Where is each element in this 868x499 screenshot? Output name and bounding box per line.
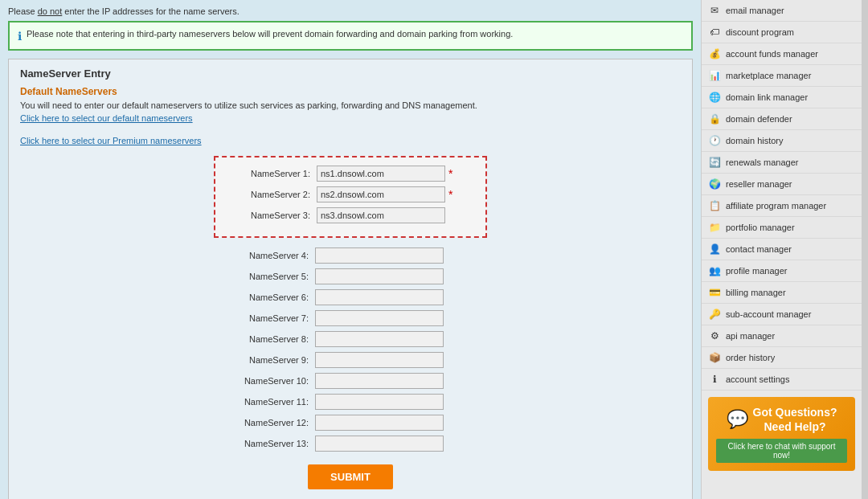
sidebar-label-profile-manager: profile manager [726,266,787,276]
email-manager-icon: ✉ [708,4,721,17]
submit-button[interactable]: SUBMIT [308,464,393,489]
sidebar-item-profile-manager[interactable]: 👥profile manager [702,260,862,282]
sidebar-label-api-manager: api manager [726,331,775,341]
default-ns-title: Default NameServers [20,86,681,97]
help-box-title: Got Questions?Need Help? [753,405,837,434]
ns-input-9[interactable] [315,352,444,368]
sidebar-item-portfolio-manager[interactable]: 📁portfolio manager [702,217,862,239]
ns-label-1: NameServer 1: [228,169,317,178]
ns-label-9: NameServer 9: [227,355,315,365]
ns-input-3[interactable] [317,207,445,223]
sidebar-label-renewals-manager: renewals manager [726,157,799,167]
sidebar-label-domain-defender: domain defender [726,114,792,124]
ns-label-4: NameServer 4: [227,251,315,260]
sidebar-label-domain-link-manager: domain link manager [726,92,808,102]
chat-support-button[interactable]: Click here to chat with support now! [716,439,847,463]
ns-row-5: NameServer 5: [227,268,474,284]
marketplace-manager-icon: 📊 [708,69,721,82]
sidebar-item-sub-account-manager[interactable]: 🔑sub-account manager [702,304,862,325]
scrollbar[interactable] [862,0,868,499]
optional-ns-container: NameServer 4: NameServer 5: NameServer 6… [214,247,487,452]
ns-row-8: NameServer 8: [227,331,474,347]
renewals-manager-icon: 🔄 [708,156,721,169]
ns-input-12[interactable] [315,415,444,431]
sidebar-label-reseller-manager: reseller manager [726,179,792,189]
sidebar-item-account-settings[interactable]: ℹaccount settings [702,369,862,391]
ns-label-5: NameServer 5: [227,272,315,281]
sidebar-item-domain-link-manager[interactable]: 🌐domain link manager [702,87,862,108]
domain-history-icon: 🕐 [708,134,721,147]
ns-label-12: NameServer 12: [227,418,315,427]
info-box: ℹ Please note that entering in third-par… [8,21,693,51]
submit-container: SUBMIT [20,464,681,489]
ns-label-10: NameServer 10: [227,376,315,386]
ns-row-12: NameServer 12: [227,415,474,431]
ns-input-4[interactable] [315,247,444,264]
sidebar-item-account-funds-manager[interactable]: 💰account funds manager [702,43,862,65]
ns-entry-title: NameServer Entry [20,67,681,80]
ns-input-8[interactable] [315,331,444,347]
sidebar: ✉email manager🏷discount program💰account … [701,0,862,499]
sidebar-label-domain-history: domain history [726,136,784,145]
sidebar-item-discount-program[interactable]: 🏷discount program [702,22,862,43]
ns-input-2[interactable] [317,186,445,202]
ns-row-7: NameServer 7: [227,310,474,326]
ns-label-2: NameServer 2: [228,190,317,199]
sidebar-item-reseller-manager[interactable]: 🌍reseller manager [702,174,862,195]
sidebar-label-portfolio-manager: portfolio manager [726,223,795,232]
sidebar-item-domain-history[interactable]: 🕐domain history [702,130,862,152]
sub-account-manager-icon: 🔑 [708,308,721,321]
sidebar-label-billing-manager: billing manager [726,288,786,297]
sidebar-item-email-manager[interactable]: ✉email manager [702,0,862,22]
ns-input-13[interactable] [315,436,444,452]
domain-link-manager-icon: 🌐 [708,91,721,104]
sidebar-item-order-history[interactable]: 📦order history [702,347,862,369]
ns-row-13: NameServer 13: [227,436,474,452]
contact-manager-icon: 👤 [708,243,721,256]
portfolio-manager-icon: 📁 [708,221,721,234]
ns-row-4: NameServer 4: [227,247,474,264]
ns-star-2: * [448,188,452,201]
discount-program-icon: 🏷 [708,26,721,39]
ns-row-3: NameServer 3: [228,207,473,223]
ns-input-1[interactable] [317,166,445,182]
ns-label-13: NameServer 13: [227,439,315,448]
sidebar-label-email-manager: email manager [726,6,784,15]
account-settings-icon: ℹ [708,373,721,386]
ns-row-6: NameServer 6: [227,289,474,305]
ns-row-11: NameServer 11: [227,394,474,410]
ns-input-11[interactable] [315,394,444,410]
ns-row-9: NameServer 9: [227,352,474,368]
reseller-manager-icon: 🌍 [708,178,721,190]
required-ns-container: NameServer 1: * NameServer 2: * NameServ… [214,156,487,238]
default-ns-link[interactable]: Click here to select our default nameser… [20,113,193,123]
sidebar-label-marketplace-manager: marketplace manager [726,71,811,80]
sidebar-item-domain-defender[interactable]: 🔒domain defender [702,108,862,130]
ns-star-1: * [448,167,452,180]
info-icon: ℹ [18,30,22,43]
sidebar-item-api-manager[interactable]: ⚙api manager [702,325,862,347]
sidebar-label-contact-manager: contact manager [726,244,792,254]
ns-input-6[interactable] [315,289,444,305]
order-history-icon: 📦 [708,351,721,364]
sidebar-label-affiliate-program-manager: affiliate program manager [726,201,826,211]
sidebar-item-billing-manager[interactable]: 💳billing manager [702,282,862,304]
ns-row-2: NameServer 2: * [228,186,473,202]
ns-label-11: NameServer 11: [227,397,315,407]
ns-input-7[interactable] [315,310,444,326]
ns-row-10: NameServer 10: [227,373,474,389]
premium-ns-link[interactable]: Click here to select our Premium nameser… [20,136,202,145]
default-ns-desc: You will need to enter our default names… [20,100,681,110]
ns-input-5[interactable] [315,268,444,284]
sidebar-item-renewals-manager[interactable]: 🔄renewals manager [702,152,862,174]
api-manager-icon: ⚙ [708,329,721,342]
sidebar-item-contact-manager[interactable]: 👤contact manager [702,239,862,260]
ns-input-10[interactable] [315,373,444,389]
ns-label-8: NameServer 8: [227,334,315,344]
warning-text: Please do not enter the IP addresses for… [8,6,693,16]
ns-label-7: NameServer 7: [227,313,315,323]
profile-manager-icon: 👥 [708,264,721,277]
sidebar-item-affiliate-program-manager[interactable]: 📋affiliate program manager [702,195,862,217]
affiliate-program-manager-icon: 📋 [708,199,721,212]
sidebar-item-marketplace-manager[interactable]: 📊marketplace manager [702,65,862,87]
